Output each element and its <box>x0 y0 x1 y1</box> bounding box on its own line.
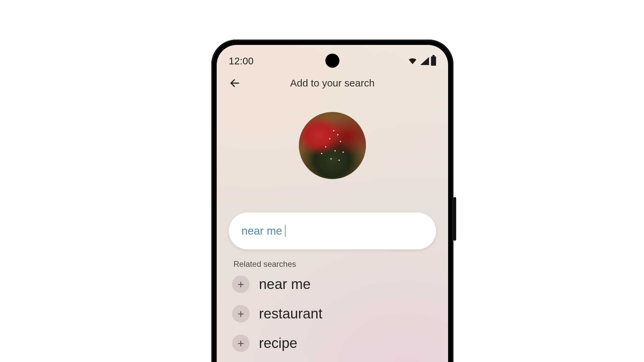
refine-search-value: near me <box>241 225 282 237</box>
related-search-label: near me <box>259 276 311 292</box>
power-button <box>453 197 456 241</box>
phone-screen: 12:00 Add to your search <box>217 45 448 362</box>
page-title: Add to your search <box>217 77 448 89</box>
refine-search-input[interactable]: near me <box>229 213 436 249</box>
related-searches-list: + near me + restaurant + recipe <box>232 276 433 352</box>
related-search-item[interactable]: + recipe <box>232 335 433 352</box>
app-header: Add to your search <box>217 73 448 93</box>
back-button[interactable] <box>225 74 244 93</box>
related-search-item[interactable]: + restaurant <box>232 305 433 322</box>
related-search-item[interactable]: + near me <box>232 276 433 293</box>
status-time: 12:00 <box>229 56 254 67</box>
related-search-label: restaurant <box>259 306 322 322</box>
text-caret <box>285 225 286 237</box>
search-image-thumbnail[interactable] <box>299 112 366 179</box>
phone-frame: 12:00 Add to your search <box>211 40 453 362</box>
status-bar: 12:00 <box>217 52 448 70</box>
plus-icon: + <box>232 305 250 322</box>
cell-signal-icon <box>420 57 429 65</box>
battery-icon <box>431 56 436 66</box>
related-search-label: recipe <box>259 335 297 351</box>
related-searches-heading: Related searches <box>233 259 296 269</box>
arrow-left-icon <box>229 77 240 89</box>
plus-icon: + <box>232 276 250 293</box>
wifi-icon <box>408 56 418 66</box>
plus-icon: + <box>232 335 250 352</box>
